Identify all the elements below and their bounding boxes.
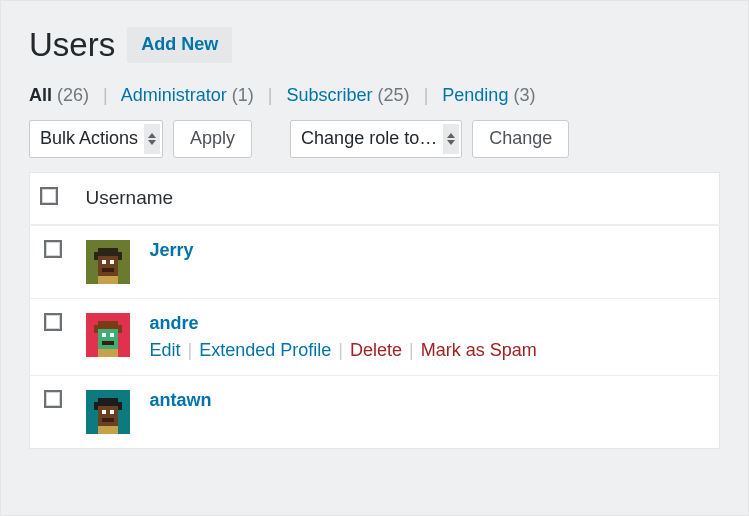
chevron-updown-icon [443, 124, 459, 154]
svg-rect-26 [98, 426, 118, 434]
svg-rect-22 [118, 402, 122, 410]
bulk-actions-select[interactable]: Bulk Actions [29, 120, 163, 158]
avatar [76, 225, 140, 299]
svg-rect-20 [98, 398, 118, 406]
svg-rect-21 [94, 402, 98, 410]
table-row: Jerry [30, 225, 720, 299]
svg-rect-15 [110, 333, 114, 337]
change-role-select[interactable]: Change role to… [290, 120, 462, 158]
svg-rect-14 [102, 333, 106, 337]
svg-rect-2 [98, 248, 118, 256]
table-row: andre Edit | Extended Profile | Delete |… [30, 298, 720, 375]
svg-rect-13 [118, 325, 122, 333]
filter-subscriber[interactable]: Subscriber [287, 85, 373, 105]
svg-rect-3 [94, 252, 98, 260]
page-title: Users [29, 25, 115, 65]
svg-rect-25 [102, 418, 114, 422]
select-all-checkbox[interactable] [40, 187, 58, 205]
filter-pending-count: (3) [513, 85, 535, 105]
row-actions: Edit | Extended Profile | Delete | Mark … [150, 340, 710, 361]
change-role-label: Change role to… [301, 128, 437, 149]
row-checkbox[interactable] [44, 390, 62, 408]
users-table: Username Jerry andre Edit | Extended Pro… [29, 172, 720, 449]
delete-link[interactable]: Delete [350, 340, 402, 360]
svg-rect-6 [110, 260, 114, 264]
svg-rect-23 [102, 410, 106, 414]
avatar [76, 298, 140, 375]
filter-administrator[interactable]: Administrator [121, 85, 227, 105]
username-link[interactable]: Jerry [150, 240, 194, 260]
edit-link[interactable]: Edit [150, 340, 181, 360]
filter-all[interactable]: All [29, 85, 52, 105]
role-filter-bar: All (26) | Administrator (1) | Subscribe… [29, 85, 720, 106]
svg-rect-7 [102, 268, 114, 272]
username-link[interactable]: andre [150, 313, 199, 333]
chevron-updown-icon [144, 124, 160, 154]
filter-administrator-count: (1) [232, 85, 254, 105]
avatar [76, 375, 140, 448]
add-new-button[interactable]: Add New [127, 27, 232, 63]
svg-rect-24 [110, 410, 114, 414]
filter-subscriber-count: (25) [378, 85, 410, 105]
row-checkbox[interactable] [44, 313, 62, 331]
username-link[interactable]: antawn [150, 390, 212, 410]
filter-pending[interactable]: Pending [442, 85, 508, 105]
mark-as-spam-link[interactable]: Mark as Spam [421, 340, 537, 360]
svg-rect-11 [98, 321, 118, 329]
svg-rect-17 [98, 349, 118, 357]
table-row: antawn [30, 375, 720, 448]
column-header-username[interactable]: Username [76, 172, 720, 225]
extended-profile-link[interactable]: Extended Profile [199, 340, 331, 360]
row-checkbox[interactable] [44, 240, 62, 258]
apply-button[interactable]: Apply [173, 120, 252, 158]
svg-rect-16 [102, 341, 114, 345]
change-button[interactable]: Change [472, 120, 569, 158]
svg-rect-8 [98, 276, 118, 284]
filter-all-count: (26) [57, 85, 89, 105]
svg-rect-5 [102, 260, 106, 264]
bulk-actions-label: Bulk Actions [40, 128, 138, 149]
svg-rect-4 [118, 252, 122, 260]
svg-rect-12 [94, 325, 98, 333]
